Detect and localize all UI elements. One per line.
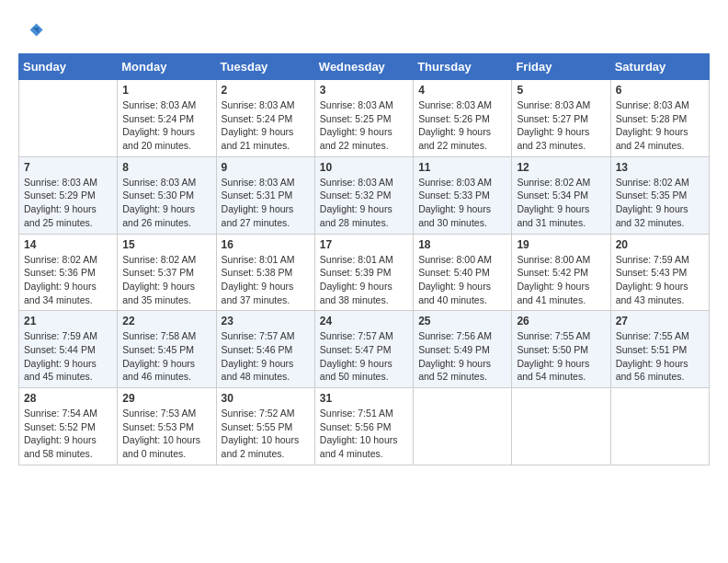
calendar-cell: 2Sunrise: 8:03 AMSunset: 5:24 PMDaylight… bbox=[216, 80, 314, 157]
calendar-week-0: 1Sunrise: 8:03 AMSunset: 5:24 PMDaylight… bbox=[19, 80, 710, 157]
day-number: 5 bbox=[517, 84, 605, 97]
header-cell-wednesday: Wednesday bbox=[314, 54, 413, 80]
calendar-cell: 11Sunrise: 8:03 AMSunset: 5:33 PMDayligh… bbox=[414, 156, 512, 234]
header-cell-friday: Friday bbox=[512, 54, 610, 80]
day-info: Sunrise: 7:53 AMSunset: 5:53 PMDaylight:… bbox=[122, 407, 210, 461]
calendar-cell: 7Sunrise: 8:03 AMSunset: 5:29 PMDaylight… bbox=[19, 156, 118, 234]
page-header bbox=[18, 18, 710, 44]
calendar-cell: 1Sunrise: 8:03 AMSunset: 5:24 PMDaylight… bbox=[118, 80, 216, 157]
calendar-week-3: 21Sunrise: 7:59 AMSunset: 5:44 PMDayligh… bbox=[19, 311, 710, 388]
day-info: Sunrise: 8:03 AMSunset: 5:24 PMDaylight:… bbox=[122, 98, 210, 153]
day-number: 26 bbox=[517, 315, 605, 327]
calendar-cell: 23Sunrise: 7:57 AMSunset: 5:46 PMDayligh… bbox=[216, 311, 314, 388]
day-number: 12 bbox=[517, 161, 605, 174]
day-info: Sunrise: 8:02 AMSunset: 5:37 PMDaylight:… bbox=[122, 253, 210, 307]
day-number: 11 bbox=[418, 161, 506, 174]
day-info: Sunrise: 7:55 AMSunset: 5:50 PMDaylight:… bbox=[517, 329, 605, 384]
day-info: Sunrise: 8:03 AMSunset: 5:24 PMDaylight:… bbox=[222, 98, 310, 153]
calendar-cell: 3Sunrise: 8:03 AMSunset: 5:25 PMDaylight… bbox=[314, 80, 413, 157]
calendar-header: SundayMondayTuesdayWednesdayThursdayFrid… bbox=[19, 54, 710, 80]
day-number: 8 bbox=[122, 161, 210, 174]
calendar-cell: 4Sunrise: 8:03 AMSunset: 5:26 PMDaylight… bbox=[414, 80, 512, 157]
header-cell-monday: Monday bbox=[118, 54, 216, 80]
calendar-cell: 28Sunrise: 7:54 AMSunset: 5:52 PMDayligh… bbox=[19, 388, 118, 465]
day-number: 22 bbox=[122, 315, 210, 327]
day-info: Sunrise: 8:00 AMSunset: 5:42 PMDaylight:… bbox=[517, 253, 605, 307]
day-number: 14 bbox=[24, 238, 112, 251]
day-number: 6 bbox=[616, 84, 704, 97]
calendar-cell: 31Sunrise: 7:51 AMSunset: 5:56 PMDayligh… bbox=[314, 388, 413, 465]
calendar-cell bbox=[414, 388, 512, 465]
calendar-cell: 6Sunrise: 8:03 AMSunset: 5:28 PMDaylight… bbox=[610, 80, 709, 157]
calendar-cell: 12Sunrise: 8:02 AMSunset: 5:34 PMDayligh… bbox=[512, 156, 610, 234]
calendar-cell bbox=[610, 388, 709, 465]
day-info: Sunrise: 7:56 AMSunset: 5:49 PMDaylight:… bbox=[418, 329, 506, 384]
calendar-cell: 27Sunrise: 7:55 AMSunset: 5:51 PMDayligh… bbox=[610, 311, 709, 388]
day-info: Sunrise: 8:02 AMSunset: 5:34 PMDaylight:… bbox=[517, 176, 605, 230]
day-number: 24 bbox=[320, 315, 408, 327]
calendar-cell: 16Sunrise: 8:01 AMSunset: 5:38 PMDayligh… bbox=[216, 234, 314, 311]
day-info: Sunrise: 8:03 AMSunset: 5:27 PMDaylight:… bbox=[517, 98, 605, 153]
day-number: 25 bbox=[418, 315, 506, 327]
header-cell-tuesday: Tuesday bbox=[216, 54, 314, 80]
day-number: 10 bbox=[320, 161, 408, 174]
day-info: Sunrise: 8:03 AMSunset: 5:33 PMDaylight:… bbox=[418, 176, 506, 230]
day-number: 19 bbox=[517, 238, 605, 251]
header-row: SundayMondayTuesdayWednesdayThursdayFrid… bbox=[19, 54, 710, 80]
day-info: Sunrise: 7:52 AMSunset: 5:55 PMDaylight:… bbox=[222, 407, 310, 461]
header-cell-thursday: Thursday bbox=[414, 54, 512, 80]
calendar-cell: 18Sunrise: 8:00 AMSunset: 5:40 PMDayligh… bbox=[414, 234, 512, 311]
calendar-cell: 10Sunrise: 8:03 AMSunset: 5:32 PMDayligh… bbox=[314, 156, 413, 234]
day-number: 20 bbox=[616, 238, 704, 251]
day-info: Sunrise: 7:51 AMSunset: 5:56 PMDaylight:… bbox=[320, 407, 408, 461]
day-info: Sunrise: 7:55 AMSunset: 5:51 PMDaylight:… bbox=[616, 329, 704, 384]
day-number: 28 bbox=[24, 392, 112, 405]
day-info: Sunrise: 8:03 AMSunset: 5:29 PMDaylight:… bbox=[24, 176, 112, 230]
day-number: 29 bbox=[122, 392, 210, 405]
day-info: Sunrise: 8:01 AMSunset: 5:39 PMDaylight:… bbox=[320, 253, 408, 307]
day-info: Sunrise: 8:00 AMSunset: 5:40 PMDaylight:… bbox=[418, 253, 506, 307]
calendar-week-1: 7Sunrise: 8:03 AMSunset: 5:29 PMDaylight… bbox=[19, 156, 710, 234]
day-number: 17 bbox=[320, 238, 408, 251]
day-info: Sunrise: 7:57 AMSunset: 5:47 PMDaylight:… bbox=[320, 329, 408, 384]
day-number: 7 bbox=[24, 161, 112, 174]
day-info: Sunrise: 8:01 AMSunset: 5:38 PMDaylight:… bbox=[222, 253, 310, 307]
calendar-cell: 25Sunrise: 7:56 AMSunset: 5:49 PMDayligh… bbox=[414, 311, 512, 388]
day-info: Sunrise: 7:59 AMSunset: 5:43 PMDaylight:… bbox=[616, 253, 704, 307]
day-number: 23 bbox=[222, 315, 310, 327]
day-number: 13 bbox=[616, 161, 704, 174]
day-number: 21 bbox=[24, 315, 112, 327]
day-number: 9 bbox=[222, 161, 310, 174]
day-info: Sunrise: 7:58 AMSunset: 5:45 PMDaylight:… bbox=[122, 329, 210, 384]
day-info: Sunrise: 7:57 AMSunset: 5:46 PMDaylight:… bbox=[222, 329, 310, 384]
day-info: Sunrise: 8:03 AMSunset: 5:32 PMDaylight:… bbox=[320, 176, 408, 230]
day-info: Sunrise: 7:59 AMSunset: 5:44 PMDaylight:… bbox=[24, 329, 112, 384]
calendar-cell: 30Sunrise: 7:52 AMSunset: 5:55 PMDayligh… bbox=[216, 388, 314, 465]
header-cell-saturday: Saturday bbox=[610, 54, 709, 80]
calendar-table: SundayMondayTuesdayWednesdayThursdayFrid… bbox=[18, 53, 710, 465]
calendar-week-4: 28Sunrise: 7:54 AMSunset: 5:52 PMDayligh… bbox=[19, 388, 710, 465]
calendar-cell: 21Sunrise: 7:59 AMSunset: 5:44 PMDayligh… bbox=[19, 311, 118, 388]
calendar-week-2: 14Sunrise: 8:02 AMSunset: 5:36 PMDayligh… bbox=[19, 234, 710, 311]
calendar-cell: 15Sunrise: 8:02 AMSunset: 5:37 PMDayligh… bbox=[118, 234, 216, 311]
calendar-cell: 9Sunrise: 8:03 AMSunset: 5:31 PMDaylight… bbox=[216, 156, 314, 234]
day-number: 16 bbox=[222, 238, 310, 251]
day-info: Sunrise: 8:03 AMSunset: 5:26 PMDaylight:… bbox=[418, 98, 506, 153]
calendar-cell: 8Sunrise: 8:03 AMSunset: 5:30 PMDaylight… bbox=[118, 156, 216, 234]
day-info: Sunrise: 7:54 AMSunset: 5:52 PMDaylight:… bbox=[24, 407, 112, 461]
calendar-cell: 5Sunrise: 8:03 AMSunset: 5:27 PMDaylight… bbox=[512, 80, 610, 157]
calendar-cell: 26Sunrise: 7:55 AMSunset: 5:50 PMDayligh… bbox=[512, 311, 610, 388]
logo bbox=[18, 18, 48, 44]
header-cell-sunday: Sunday bbox=[19, 54, 118, 80]
calendar-cell: 22Sunrise: 7:58 AMSunset: 5:45 PMDayligh… bbox=[118, 311, 216, 388]
calendar-cell: 20Sunrise: 7:59 AMSunset: 5:43 PMDayligh… bbox=[610, 234, 709, 311]
day-info: Sunrise: 8:03 AMSunset: 5:25 PMDaylight:… bbox=[320, 98, 408, 153]
day-number: 1 bbox=[122, 84, 210, 97]
day-number: 30 bbox=[222, 392, 310, 405]
calendar-cell: 19Sunrise: 8:00 AMSunset: 5:42 PMDayligh… bbox=[512, 234, 610, 311]
day-info: Sunrise: 8:02 AMSunset: 5:36 PMDaylight:… bbox=[24, 253, 112, 307]
calendar-cell: 13Sunrise: 8:02 AMSunset: 5:35 PMDayligh… bbox=[610, 156, 709, 234]
day-number: 15 bbox=[122, 238, 210, 251]
day-number: 18 bbox=[418, 238, 506, 251]
calendar-cell: 29Sunrise: 7:53 AMSunset: 5:53 PMDayligh… bbox=[118, 388, 216, 465]
